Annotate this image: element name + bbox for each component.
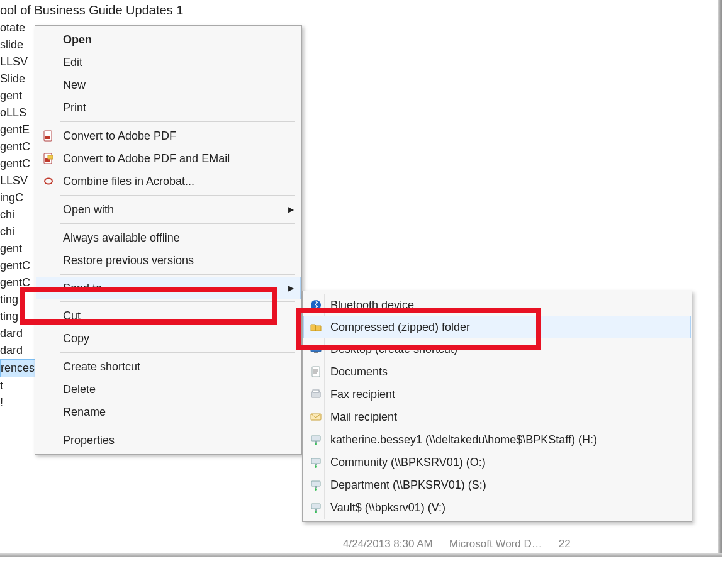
svg-rect-13: [315, 441, 317, 443]
menu-separator: [60, 195, 295, 196]
pdf-mail-icon: [42, 152, 55, 165]
svg-rect-22: [315, 509, 317, 511]
svg-rect-18: [311, 481, 320, 486]
menu-item-label: Department (\\BPKSRV01) (S:): [330, 479, 486, 492]
menu-item-combine-files-in-acrobat[interactable]: Combine files in Acrobat...: [36, 170, 300, 192]
menu-item-label: Documents: [330, 365, 388, 379]
network-drive-icon: [309, 455, 323, 469]
fax-icon: [309, 387, 323, 401]
menu-item-restore-previous-versions[interactable]: Restore previous versions: [36, 249, 300, 272]
menu-item-new[interactable]: New: [36, 74, 300, 96]
menu-item-label: Properties: [63, 434, 115, 447]
svg-rect-12: [311, 436, 320, 441]
svg-rect-21: [311, 504, 320, 509]
menu-separator: [60, 121, 295, 122]
menu-item-label: Create shortcut: [63, 360, 140, 374]
menu-item-convert-to-adobe-pdf-and-email[interactable]: Convert to Adobe PDF and EMail: [36, 147, 300, 170]
menu-item-cut[interactable]: Cut: [36, 304, 300, 327]
menu-item-delete[interactable]: Delete: [36, 378, 300, 401]
svg-rect-10: [313, 390, 319, 392]
menu-item-label: Cut: [63, 309, 81, 323]
menu-item-label: Bluetooth device: [330, 299, 414, 312]
menu-item-label: Mail recipient: [330, 411, 397, 424]
chevron-right-icon: ▶: [288, 284, 294, 292]
menu-item-always-available-offline[interactable]: Always available offline: [36, 226, 300, 249]
menu-separator: [60, 301, 295, 302]
svg-rect-8: [312, 367, 320, 377]
menu-item-label: Vault$ (\\bpksrv01) (V:): [330, 501, 445, 514]
menu-item-copy[interactable]: Copy: [36, 327, 300, 350]
svg-rect-7: [314, 352, 318, 353]
chevron-right-icon: ▶: [288, 205, 294, 214]
menu-item-label: Desktop (create shortcut): [330, 343, 457, 356]
menu-item-open[interactable]: Open: [36, 28, 300, 51]
svg-point-17: [315, 465, 317, 468]
menu-item-label: Copy: [63, 332, 89, 345]
file-details-row: 4/24/2013 8:30 AM Microsoft Word D… 22: [343, 538, 571, 550]
network-drive-icon: [309, 478, 323, 492]
menu-item-label: Delete: [63, 383, 96, 396]
pdf-icon: [42, 129, 55, 143]
menu-item-label: katherine.bessey1 (\\deltakedu\home$\BPK…: [330, 433, 597, 447]
acrobat-icon: [42, 174, 55, 188]
sendto-item-bluetooth-device[interactable]: Bluetooth device: [304, 294, 690, 316]
svg-rect-1: [45, 136, 50, 139]
menu-item-label: Compressed (zipped) folder: [330, 321, 470, 334]
sendto-item-compressed-zipped-folder[interactable]: Compressed (zipped) folder: [303, 316, 691, 338]
sendto-item-desktop-create-shortcut[interactable]: Desktop (create shortcut): [304, 338, 690, 360]
svg-point-23: [315, 511, 317, 513]
menu-item-create-shortcut[interactable]: Create shortcut: [36, 355, 300, 378]
menu-item-label: Restore previous versions: [63, 254, 194, 267]
svg-rect-16: [315, 464, 317, 465]
file-type: Microsoft Word D…: [449, 538, 542, 550]
menu-item-label: Convert to Adobe PDF and EMail: [63, 152, 230, 165]
menu-item-properties[interactable]: Properties: [36, 429, 300, 452]
svg-rect-6: [311, 345, 321, 352]
folder-title: ool of Business Guide Updates 1: [0, 3, 352, 19]
menu-item-label: Open: [63, 33, 92, 47]
menu-separator: [60, 352, 295, 353]
svg-point-14: [315, 443, 317, 445]
svg-rect-15: [311, 458, 320, 464]
menu-item-label: Always available offline: [63, 231, 180, 245]
menu-separator: [60, 223, 295, 224]
file-date: 4/24/2013 8:30 AM: [343, 538, 433, 550]
menu-item-label: Print: [63, 101, 86, 114]
sendto-item-mail-recipient[interactable]: Mail recipient: [304, 406, 690, 428]
sendto-item-community-bpksrv01-o[interactable]: Community (\\BPKSRV01) (O:): [304, 451, 690, 474]
menu-item-send-to[interactable]: Send to▶: [36, 277, 301, 299]
menu-item-label: Send to: [63, 282, 102, 295]
menu-item-label: Edit: [63, 56, 82, 69]
menu-item-label: Convert to Adobe PDF: [63, 130, 176, 143]
svg-rect-19: [315, 486, 317, 488]
network-drive-icon: [309, 501, 323, 514]
menu-item-convert-to-adobe-pdf[interactable]: Convert to Adobe PDF: [36, 125, 300, 147]
desktop-icon: [309, 342, 323, 356]
menu-item-label: Rename: [63, 406, 106, 419]
menu-separator: [60, 274, 295, 275]
menu-item-label: New: [63, 79, 86, 92]
page-edge-shadow: [718, 0, 722, 553]
send-to-submenu[interactable]: Bluetooth deviceCompressed (zipped) fold…: [302, 291, 692, 522]
menu-item-edit[interactable]: Edit: [36, 51, 300, 74]
bluetooth-icon: [309, 298, 323, 312]
menu-item-label: Open with: [63, 203, 114, 216]
menu-item-print[interactable]: Print: [36, 96, 300, 119]
menu-item-label: Community (\\BPKSRV01) (O:): [330, 456, 486, 469]
page-bottom-shadow: [0, 553, 722, 557]
document-icon: [309, 365, 323, 379]
menu-item-rename[interactable]: Rename: [36, 401, 300, 423]
menu-item-open-with[interactable]: Open with▶: [36, 198, 300, 221]
menu-separator: [60, 426, 295, 426]
sendto-item-katherine-bessey1-deltakedu-home-bpkstaf[interactable]: katherine.bessey1 (\\deltakedu\home$\BPK…: [304, 428, 690, 451]
sendto-item-fax-recipient[interactable]: Fax recipient: [304, 383, 690, 406]
menu-item-label: Fax recipient: [330, 388, 395, 401]
sendto-item-documents[interactable]: Documents: [304, 360, 690, 383]
mail-icon: [309, 410, 323, 424]
svg-point-20: [315, 488, 317, 491]
file-size: 22: [559, 538, 571, 550]
svg-rect-5: [315, 326, 316, 331]
context-menu[interactable]: OpenEditNewPrintConvert to Adobe PDFConv…: [35, 25, 302, 455]
sendto-item-vault-bpksrv01-v[interactable]: Vault$ (\\bpksrv01) (V:): [304, 496, 690, 519]
sendto-item-department-bpksrv01-s[interactable]: Department (\\BPKSRV01) (S:): [304, 474, 690, 496]
